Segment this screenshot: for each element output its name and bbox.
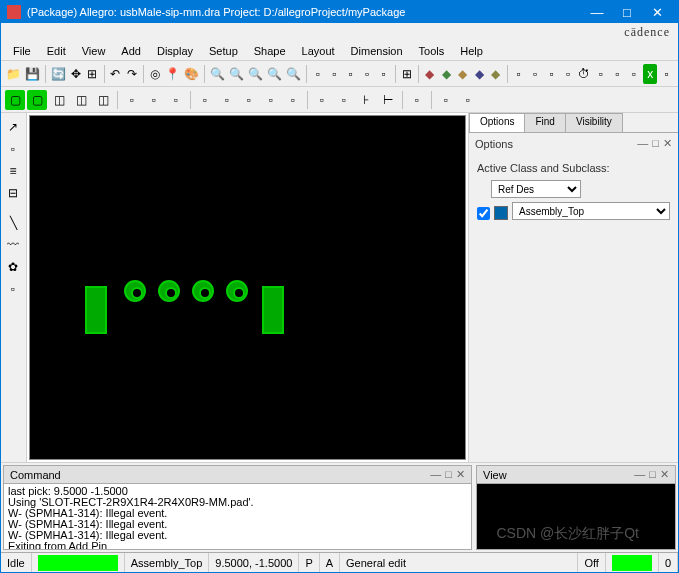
t7-icon[interactable]: ▫ [610, 64, 624, 84]
design-canvas[interactable] [29, 115, 466, 460]
tool-d-icon[interactable]: ▫ [360, 64, 374, 84]
grid-icon[interactable]: ⊞ [400, 64, 414, 84]
t8-icon[interactable]: ▫ [627, 64, 641, 84]
undo-icon[interactable]: ↶ [108, 64, 122, 84]
zoom-sel-icon[interactable]: 🔍 [285, 64, 302, 84]
target-icon[interactable]: ◎ [148, 64, 162, 84]
lt5-icon[interactable]: ╲ [3, 213, 23, 233]
view-canvas[interactable] [477, 484, 675, 549]
menu-add[interactable]: Add [113, 43, 149, 59]
open-icon[interactable]: 📁 [5, 64, 22, 84]
m1-icon[interactable]: ◆ [423, 64, 437, 84]
status-p[interactable]: P [299, 553, 319, 572]
view-min-icon[interactable]: — [634, 468, 645, 481]
lt1-icon[interactable]: ↗ [3, 117, 23, 137]
maximize-button[interactable]: □ [612, 1, 642, 23]
tool-a-icon[interactable]: ▫ [311, 64, 325, 84]
t9-icon[interactable]: x [643, 64, 657, 84]
view-close-icon[interactable]: ✕ [660, 468, 669, 481]
s15-icon[interactable]: ▫ [334, 90, 354, 110]
subclass-select[interactable]: Assembly_Top [512, 202, 670, 220]
subclass-color-swatch[interactable] [494, 206, 508, 220]
s17-icon[interactable]: ⊢ [378, 90, 398, 110]
zoom-out-icon[interactable]: 🔍 [228, 64, 245, 84]
m3-icon[interactable]: ◆ [456, 64, 470, 84]
menu-edit[interactable]: Edit [39, 43, 74, 59]
s1-icon[interactable]: ▢ [5, 90, 25, 110]
lt2-icon[interactable]: ▫ [3, 139, 23, 159]
s13-icon[interactable]: ▫ [283, 90, 303, 110]
lt6-icon[interactable]: 〰 [3, 235, 23, 255]
panel-min-icon[interactable]: — [637, 137, 648, 150]
s3-icon[interactable]: ◫ [49, 90, 69, 110]
menu-file[interactable]: File [5, 43, 39, 59]
move-icon[interactable]: ✥ [69, 64, 83, 84]
menu-help[interactable]: Help [452, 43, 491, 59]
class-select[interactable]: Ref Des [491, 180, 581, 198]
tool-b-icon[interactable]: ▫ [327, 64, 341, 84]
t4-icon[interactable]: ▫ [561, 64, 575, 84]
view-max-icon[interactable]: □ [649, 468, 656, 481]
zoom-in-icon[interactable]: 🔍 [209, 64, 226, 84]
zoom-fit-icon[interactable]: 🔍 [247, 64, 264, 84]
t10-icon[interactable]: ▫ [659, 64, 673, 84]
cmd-close-icon[interactable]: ✕ [456, 468, 465, 481]
s2-icon[interactable]: ▢ [27, 90, 47, 110]
window-icon[interactable]: ⊞ [85, 64, 99, 84]
t2-icon[interactable]: ▫ [528, 64, 542, 84]
panel-close-icon[interactable]: ✕ [663, 137, 672, 150]
menu-tools[interactable]: Tools [411, 43, 453, 59]
tab-options[interactable]: Options [469, 113, 525, 132]
m5-icon[interactable]: ◆ [488, 64, 502, 84]
subclass-checkbox[interactable] [477, 207, 490, 220]
lt3-icon[interactable]: ≡ [3, 161, 23, 181]
color-icon[interactable]: 🎨 [183, 64, 200, 84]
tab-find[interactable]: Find [524, 113, 565, 132]
zoom-prev-icon[interactable]: 🔍 [266, 64, 283, 84]
s19-icon[interactable]: ▫ [436, 90, 456, 110]
pad-circle-3[interactable] [192, 280, 214, 302]
t5-icon[interactable]: ⏱ [577, 64, 591, 84]
s16-icon[interactable]: ⊦ [356, 90, 376, 110]
menu-view[interactable]: View [74, 43, 114, 59]
save-icon[interactable]: 💾 [24, 64, 41, 84]
panel-max-icon[interactable]: □ [652, 137, 659, 150]
s18-icon[interactable]: ▫ [407, 90, 427, 110]
lt7-icon[interactable]: ✿ [3, 257, 23, 277]
m2-icon[interactable]: ◆ [439, 64, 453, 84]
s10-icon[interactable]: ▫ [217, 90, 237, 110]
menu-setup[interactable]: Setup [201, 43, 246, 59]
minimize-button[interactable]: — [582, 1, 612, 23]
s14-icon[interactable]: ▫ [312, 90, 332, 110]
pin-icon[interactable]: 📍 [164, 64, 181, 84]
t3-icon[interactable]: ▫ [544, 64, 558, 84]
menu-layout[interactable]: Layout [294, 43, 343, 59]
tool-c-icon[interactable]: ▫ [344, 64, 358, 84]
close-button[interactable]: ✕ [642, 1, 672, 23]
s5-icon[interactable]: ◫ [93, 90, 113, 110]
lt8-icon[interactable]: ▫ [3, 279, 23, 299]
pad-rect-1[interactable] [85, 286, 107, 334]
cmd-max-icon[interactable]: □ [445, 468, 452, 481]
cmd-min-icon[interactable]: — [430, 468, 441, 481]
redo-icon[interactable]: ↷ [125, 64, 139, 84]
pad-rect-2[interactable] [262, 286, 284, 334]
s6-icon[interactable]: ▫ [122, 90, 142, 110]
s7-icon[interactable]: ▫ [144, 90, 164, 110]
t6-icon[interactable]: ▫ [594, 64, 608, 84]
s20-icon[interactable]: ▫ [458, 90, 478, 110]
s11-icon[interactable]: ▫ [239, 90, 259, 110]
lt4-icon[interactable]: ⊟ [3, 183, 23, 203]
pad-circle-2[interactable] [158, 280, 180, 302]
tab-visibility[interactable]: Visibility [565, 113, 623, 132]
menu-shape[interactable]: Shape [246, 43, 294, 59]
status-a[interactable]: A [320, 553, 340, 572]
t1-icon[interactable]: ▫ [512, 64, 526, 84]
cycle-icon[interactable]: 🔄 [50, 64, 67, 84]
pad-circle-1[interactable] [124, 280, 146, 302]
command-log[interactable]: last pick: 9.5000 -1.5000 Using 'SLOT-RE… [4, 484, 471, 549]
m4-icon[interactable]: ◆ [472, 64, 486, 84]
pad-circle-4[interactable] [226, 280, 248, 302]
s9-icon[interactable]: ▫ [195, 90, 215, 110]
s4-icon[interactable]: ◫ [71, 90, 91, 110]
